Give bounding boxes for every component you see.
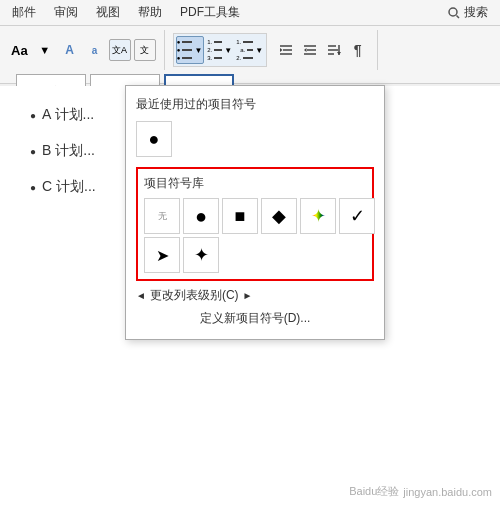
font-wen-btn[interactable]: 文 (134, 39, 156, 61)
action-row: ◄ 更改列表级别(C) ► (136, 287, 374, 304)
bullet-3: ● (30, 182, 36, 193)
ribbon-sep-2 (377, 30, 378, 70)
indent-decrease-btn[interactable] (299, 39, 321, 61)
bullet-list-btn[interactable]: ● ● ● ▼ (176, 36, 204, 64)
font-decrease-btn[interactable]: a (84, 39, 106, 61)
menu-view[interactable]: 视图 (92, 3, 124, 22)
doc-line-1-text: A 计划... (42, 106, 94, 124)
menu-pdf[interactable]: PDF工具集 (176, 3, 244, 22)
font-dropdown[interactable]: ▼ (34, 39, 56, 61)
bullet-2: ● (30, 146, 36, 157)
recent-bullet-filled-circle[interactable]: ● (136, 121, 172, 157)
svg-marker-9 (304, 48, 307, 52)
sort-btn[interactable] (323, 39, 345, 61)
library-section-title: 项目符号库 (144, 175, 366, 192)
svg-marker-5 (280, 48, 283, 52)
align-group: ¶ (275, 39, 369, 61)
bullet-none[interactable]: 无 (144, 198, 180, 234)
svg-marker-14 (337, 52, 341, 55)
bullet-checkmark[interactable]: ✓ (339, 198, 375, 234)
font-controls: Aa ▼ A a 文A 文 (8, 39, 156, 61)
indent-icon (278, 42, 294, 58)
bullet-four-star[interactable]: ✦ (183, 237, 219, 273)
doc-line-2-text: B 计划... (42, 142, 95, 160)
watermark-url: jingyan.baidu.com (403, 486, 492, 498)
menu-review[interactable]: 审阅 (50, 3, 82, 22)
menu-bar: 邮件 审阅 视图 帮助 PDF工具集 搜索 (0, 0, 500, 26)
change-level-btn[interactable]: ◄ 更改列表级别(C) ► (136, 287, 252, 304)
bullet-filled-circle[interactable]: ● (183, 198, 219, 234)
sort-icon (326, 42, 342, 58)
bullet-dropdown-panel: 最近使用过的项目符号 ● 项目符号库 无 ● ■ ◆ ✦ ✓ (125, 85, 385, 340)
arrow-left-icon: ◄ (136, 290, 146, 301)
menu-search[interactable]: 搜索 (444, 3, 492, 22)
search-icon (448, 7, 460, 19)
recent-bullets-row: ● (136, 121, 374, 157)
list-group: ● ● ● ▼ 1. 2. 3. ▼ 1. a. 2. ▼ (173, 33, 267, 67)
bullet-1: ● (30, 110, 36, 121)
doc-line-3-text: C 计划... (42, 178, 96, 196)
numbered-list-btn[interactable]: 1. 2. 3. ▼ (206, 36, 234, 64)
bullet-arrow[interactable]: ➤ (144, 237, 180, 273)
menu-mail[interactable]: 邮件 (8, 3, 40, 22)
font-increase-btn[interactable]: A (59, 39, 81, 61)
font-size-btn[interactable]: Aa (8, 39, 31, 61)
ribbon: Aa ▼ A a 文A 文 ● ● ● ▼ 1. 2. 3. ▼ (0, 26, 500, 84)
indent-increase-btn[interactable] (275, 39, 297, 61)
watermark: Baidu经验 jingyan.baidu.com (349, 484, 492, 499)
ribbon-sep-1 (164, 30, 165, 70)
bullet-filled-square[interactable]: ■ (222, 198, 258, 234)
bullet-diamond[interactable]: ◆ (261, 198, 297, 234)
bullet-color-star[interactable]: ✦ (300, 198, 336, 234)
recent-section-title: 最近使用过的项目符号 (136, 96, 374, 113)
svg-point-0 (449, 8, 457, 16)
library-box: 项目符号库 无 ● ■ ◆ ✦ ✓ ➤ ✦ (136, 167, 374, 281)
svg-line-1 (457, 15, 460, 18)
library-grid: 无 ● ■ ◆ ✦ ✓ ➤ ✦ (144, 198, 366, 273)
show-marks-btn[interactable]: ¶ (347, 39, 369, 61)
arrow-right-icon: ► (243, 290, 253, 301)
menu-help[interactable]: 帮助 (134, 3, 166, 22)
font-az-btn[interactable]: 文A (109, 39, 131, 61)
define-new-bullet-btn[interactable]: 定义新项目符号(D)... (136, 308, 374, 329)
watermark-site: Baidu经验 (349, 484, 399, 499)
outdent-icon (302, 42, 318, 58)
multilevel-list-btn[interactable]: 1. a. 2. ▼ (236, 36, 264, 64)
